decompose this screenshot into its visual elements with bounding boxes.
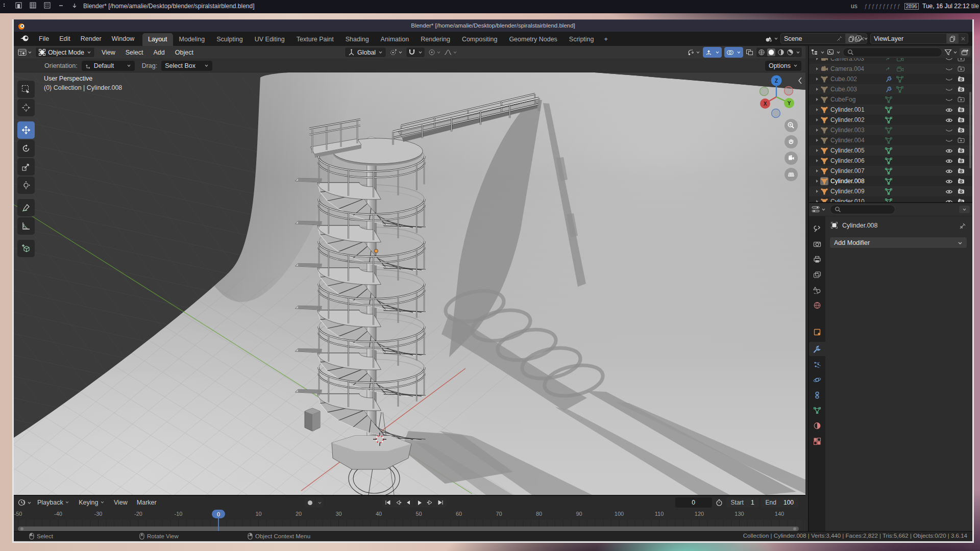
- properties-tab-object[interactable]: [809, 324, 825, 339]
- workspace-add-button[interactable]: +: [600, 33, 612, 46]
- properties-tab-data[interactable]: [809, 403, 825, 417]
- auto-key-dropdown[interactable]: [316, 497, 323, 508]
- shading-solid[interactable]: [767, 48, 775, 56]
- next-key-button[interactable]: [425, 497, 435, 508]
- properties-tab-constraints[interactable]: [809, 388, 825, 402]
- hide-toggle[interactable]: [945, 65, 953, 73]
- os-tray-icon-1[interactable]: [15, 2, 22, 9]
- add-modifier-button[interactable]: Add Modifier: [829, 237, 967, 248]
- hide-toggle[interactable]: [945, 146, 953, 155]
- render-toggle[interactable]: [957, 95, 965, 104]
- play-button[interactable]: [414, 497, 425, 508]
- pin-icon[interactable]: [959, 222, 966, 232]
- outliner-scrollbar[interactable]: [969, 92, 971, 168]
- expand-arrow[interactable]: [815, 148, 820, 153]
- hide-toggle[interactable]: [945, 106, 953, 114]
- shading-material[interactable]: [777, 49, 785, 56]
- start-frame-field[interactable]: Start1: [726, 497, 759, 508]
- outliner-row-cube.002[interactable]: Cube.002: [809, 74, 972, 84]
- viewlayer-icon[interactable]: [854, 35, 868, 42]
- show-gizmo-dropdown[interactable]: [687, 49, 700, 56]
- outliner-row-camera.004[interactable]: Camera.004: [809, 64, 972, 74]
- expand-arrow[interactable]: [815, 77, 820, 81]
- object-name[interactable]: Camera.004: [830, 65, 864, 72]
- end-frame-field[interactable]: End100: [761, 497, 798, 508]
- render-toggle[interactable]: [957, 85, 965, 93]
- render-toggle[interactable]: [957, 167, 965, 175]
- annotate-tool[interactable]: [17, 199, 35, 216]
- jump-end-button[interactable]: [436, 497, 446, 508]
- render-toggle[interactable]: [957, 75, 965, 83]
- outliner-filter-button[interactable]: [944, 49, 958, 56]
- hide-toggle[interactable]: [945, 197, 953, 202]
- workspace-tab-sculpting[interactable]: Sculpting: [211, 33, 248, 46]
- auto-key-button[interactable]: [305, 497, 315, 508]
- properties-tab-particles[interactable]: [809, 357, 825, 371]
- outliner-display-mode[interactable]: [811, 48, 825, 56]
- os-tray-icon-3[interactable]: [44, 2, 51, 9]
- outliner-search[interactable]: [843, 47, 942, 57]
- cursor-tool[interactable]: [17, 99, 35, 116]
- move-tool[interactable]: [17, 121, 35, 139]
- properties-tab-tool[interactable]: [809, 221, 825, 236]
- expand-arrow[interactable]: [815, 87, 820, 91]
- proportional-edit-button[interactable]: [428, 49, 441, 56]
- workspace-tab-scripting[interactable]: Scripting: [564, 33, 600, 46]
- properties-tab-physics[interactable]: [809, 372, 825, 387]
- outliner-row-cylinder.005[interactable]: Cylinder.005: [809, 145, 972, 156]
- viewport-menu-select[interactable]: Select: [122, 48, 147, 57]
- hide-toggle[interactable]: [945, 187, 953, 195]
- current-frame-indicator[interactable]: 0: [212, 510, 225, 518]
- render-toggle[interactable]: [957, 58, 965, 63]
- transform-tool[interactable]: [17, 177, 35, 194]
- shading-rendered[interactable]: [787, 49, 794, 56]
- drag-dropdown[interactable]: Select Box: [161, 61, 212, 71]
- viewport-menu-object[interactable]: Object: [172, 48, 197, 57]
- object-name[interactable]: Cylinder.005: [830, 147, 865, 154]
- mode-selector[interactable]: Object Mode: [35, 47, 95, 58]
- workspace-tab-animation[interactable]: Animation: [375, 33, 415, 46]
- window-titlebar[interactable]: Blender* [/home/amalie/Desktop/blender/s…: [14, 19, 972, 32]
- expand-arrow[interactable]: [815, 128, 820, 132]
- object-name[interactable]: Cylinder.003: [830, 127, 865, 134]
- scale-tool[interactable]: [17, 158, 35, 176]
- options-button[interactable]: Options: [765, 61, 801, 71]
- hide-toggle[interactable]: [945, 177, 953, 185]
- expand-arrow[interactable]: [815, 58, 820, 61]
- properties-tab-texture[interactable]: [809, 434, 825, 448]
- object-name[interactable]: Cylinder.010: [830, 198, 865, 202]
- expand-arrow[interactable]: [815, 189, 820, 193]
- overlays-toggle[interactable]: [724, 47, 743, 58]
- render-toggle[interactable]: [957, 146, 965, 155]
- viewport-menu-view[interactable]: View: [98, 48, 119, 57]
- hide-toggle[interactable]: [945, 85, 953, 93]
- menu-edit[interactable]: Edit: [55, 34, 75, 44]
- outliner-filter-image[interactable]: [827, 48, 841, 56]
- orientation-dropdown[interactable]: Default: [82, 61, 135, 71]
- os-tray-icons[interactable]: [3, 2, 78, 9]
- hide-toggle[interactable]: [945, 95, 953, 104]
- properties-search[interactable]: [830, 205, 895, 214]
- expand-arrow[interactable]: [815, 118, 820, 122]
- scene-name-field[interactable]: Scene: [780, 33, 846, 44]
- breadcrumb-object[interactable]: Cylinder.008: [842, 222, 878, 229]
- object-name[interactable]: CubeFog: [830, 96, 855, 103]
- object-name[interactable]: Camera.003: [830, 58, 864, 62]
- viewport-zoom-button[interactable]: [785, 119, 798, 132]
- outliner-row-camera.003[interactable]: Camera.003: [809, 58, 972, 64]
- select-box-tool[interactable]: [17, 81, 35, 98]
- hide-toggle[interactable]: [945, 58, 953, 63]
- prev-frame-button[interactable]: [404, 497, 414, 508]
- hide-toggle[interactable]: [945, 75, 953, 83]
- properties-tab-output[interactable]: [809, 252, 825, 266]
- xray-toggle[interactable]: [746, 49, 753, 56]
- expand-arrow[interactable]: [815, 108, 820, 112]
- viewport-camera-button[interactable]: [785, 152, 798, 165]
- object-name[interactable]: Cylinder.004: [830, 137, 865, 144]
- jump-start-button[interactable]: [382, 497, 393, 508]
- properties-tab-render[interactable]: [809, 237, 825, 251]
- properties-tab-material[interactable]: [809, 418, 825, 433]
- scene-selector[interactable]: Scene: [765, 33, 867, 44]
- workspace-tab-uv-editing[interactable]: UV Editing: [249, 33, 290, 46]
- timeline-ruler[interactable]: -50-40-30-20-101020304050607080901001101…: [14, 509, 805, 520]
